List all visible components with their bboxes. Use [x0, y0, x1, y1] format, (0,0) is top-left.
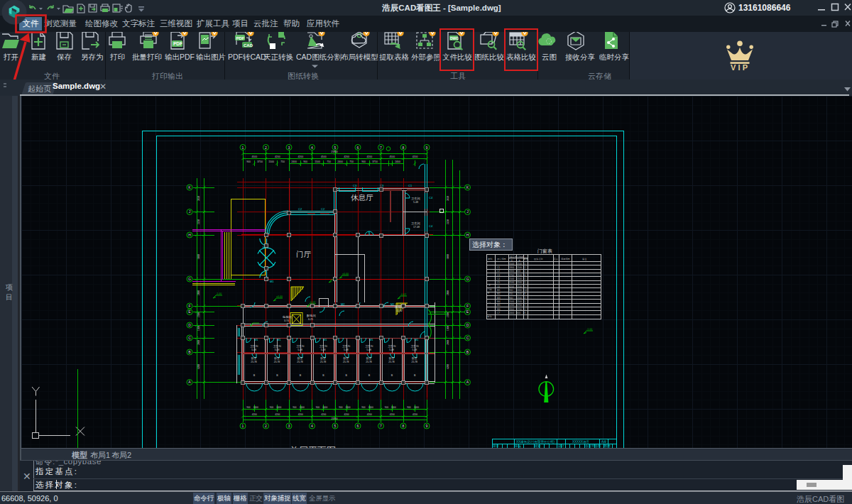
svg-text:1: 1 — [242, 424, 244, 428]
svg-text:M1: M1 — [270, 280, 274, 283]
svg-text:3800: 3800 — [447, 290, 449, 295]
svg-text:M1: M1 — [369, 338, 373, 341]
svg-text:6: 6 — [357, 146, 359, 150]
svg-text:2: 2 — [265, 146, 267, 150]
svg-text:2100: 2100 — [517, 266, 522, 269]
svg-text:25800: 25800 — [331, 150, 338, 153]
svg-text:J: J — [466, 209, 469, 214]
svg-text:PDF: PDF — [236, 36, 245, 40]
svg-text:25.78: 25.78 — [251, 361, 257, 363]
svg-text:M1: M1 — [254, 338, 258, 341]
svg-text:1500: 1500 — [268, 160, 274, 163]
svg-text:900: 900 — [407, 406, 411, 409]
svg-text:750: 750 — [349, 160, 354, 163]
svg-text:600: 600 — [517, 270, 521, 273]
svg-text:M: M — [263, 246, 265, 249]
svg-text:2100: 2100 — [517, 300, 522, 303]
svg-text:25.78: 25.78 — [320, 361, 327, 363]
svg-text:4200: 4200 — [275, 155, 280, 158]
svg-text:H: H — [466, 233, 469, 237]
svg-text:2400: 2400 — [345, 406, 350, 409]
svg-text:卫生间: 卫生间 — [273, 344, 282, 348]
svg-text:700: 700 — [509, 292, 513, 295]
svg-text:-0.02: -0.02 — [310, 301, 315, 304]
svg-text:洞口尺寸(mm): 洞口尺寸(mm) — [510, 256, 524, 258]
svg-text:2400: 2400 — [300, 406, 305, 409]
svg-text:1500: 1500 — [509, 278, 514, 280]
svg-text:5.48: 5.48 — [413, 201, 418, 204]
svg-text:4200: 4200 — [390, 413, 395, 416]
svg-text:卧室: 卧室 — [412, 356, 417, 360]
svg-text:卫生间: 卫生间 — [411, 344, 420, 348]
svg-text:卫生间: 卫生间 — [250, 344, 258, 348]
svg-text:高: 高 — [518, 259, 520, 262]
svg-text:4200: 4200 — [367, 413, 372, 416]
svg-text:C4: C4 — [497, 278, 500, 280]
svg-text:M2: M2 — [341, 302, 345, 306]
svg-text:1: 1 — [242, 146, 244, 150]
svg-text:卧室: 卧室 — [297, 356, 303, 360]
svg-text:4200: 4200 — [252, 413, 257, 416]
svg-text:B: B — [253, 374, 256, 377]
svg-text:900: 900 — [385, 406, 389, 409]
svg-text:3: 3 — [288, 146, 290, 150]
svg-text:3250: 3250 — [447, 219, 449, 224]
svg-text:8: 8 — [403, 146, 405, 150]
svg-text:1: 1 — [524, 300, 525, 303]
svg-text:门厅: 门厅 — [296, 250, 312, 258]
svg-text:4200: 4200 — [366, 155, 372, 158]
svg-text:2400: 2400 — [253, 406, 258, 409]
svg-text:1: 1 — [524, 263, 525, 265]
svg-text:2400: 2400 — [395, 160, 400, 163]
svg-text:休息厅: 休息厅 — [351, 193, 373, 202]
svg-text:XXXXX酒店: XXXXX酒店 — [572, 440, 590, 444]
svg-text:1: 1 — [524, 308, 525, 311]
svg-text:900: 900 — [293, 406, 297, 409]
svg-text:H: H — [188, 233, 191, 237]
svg-text:C1: C1 — [497, 266, 500, 269]
svg-text:600: 600 — [517, 312, 521, 314]
svg-text:4200: 4200 — [275, 413, 280, 416]
svg-text:C2: C2 — [497, 270, 500, 273]
svg-text:8: 8 — [524, 292, 525, 295]
svg-text:25.78: 25.78 — [343, 361, 349, 363]
svg-text:2: 2 — [524, 270, 525, 273]
svg-text:2100: 2100 — [517, 292, 522, 295]
svg-text:5.48: 5.48 — [389, 349, 394, 351]
svg-text:7: 7 — [380, 146, 382, 150]
svg-text:B: B — [188, 350, 191, 354]
svg-text:3450: 3450 — [447, 196, 449, 201]
svg-text:B: B — [368, 374, 371, 377]
svg-text:3250: 3250 — [197, 219, 200, 224]
svg-text:4500: 4500 — [321, 155, 327, 158]
svg-text:1200: 1200 — [509, 304, 514, 307]
svg-text:1500: 1500 — [509, 263, 514, 265]
svg-text:卧室: 卧室 — [320, 356, 326, 360]
svg-text:数量: 数量 — [524, 258, 529, 261]
svg-text:B: B — [346, 374, 348, 377]
svg-text:4200: 4200 — [413, 413, 417, 416]
svg-text:卧室: 卧室 — [344, 356, 349, 360]
svg-text:卧室: 卧室 — [274, 356, 280, 360]
svg-text:4200: 4200 — [297, 155, 303, 158]
svg-text:2: 2 — [524, 266, 525, 269]
svg-text:卫生间: 卫生间 — [342, 344, 351, 348]
svg-text:2700: 2700 — [509, 274, 514, 277]
svg-text:甲种: 甲种 — [487, 315, 491, 318]
svg-text:C4: C4 — [429, 196, 433, 199]
svg-text:6: 6 — [357, 424, 359, 428]
svg-text:1500: 1500 — [315, 160, 320, 163]
svg-text:4200: 4200 — [447, 364, 449, 369]
svg-text:8: 8 — [524, 312, 525, 314]
svg-text:窗: 窗 — [488, 283, 491, 286]
svg-text:2400: 2400 — [509, 312, 514, 314]
svg-text:A: A — [466, 380, 469, 384]
svg-text:卫生间: 卫生间 — [320, 344, 328, 348]
svg-text:M1: M1 — [277, 338, 281, 341]
svg-text:2400: 2400 — [517, 289, 522, 292]
svg-text:-1.00: -1.00 — [586, 328, 592, 331]
svg-text:卫生间: 卫生间 — [388, 344, 396, 348]
svg-text:900: 900 — [270, 406, 274, 409]
svg-text:M5: M5 — [497, 304, 501, 307]
svg-text:5.48: 5.48 — [344, 349, 349, 351]
